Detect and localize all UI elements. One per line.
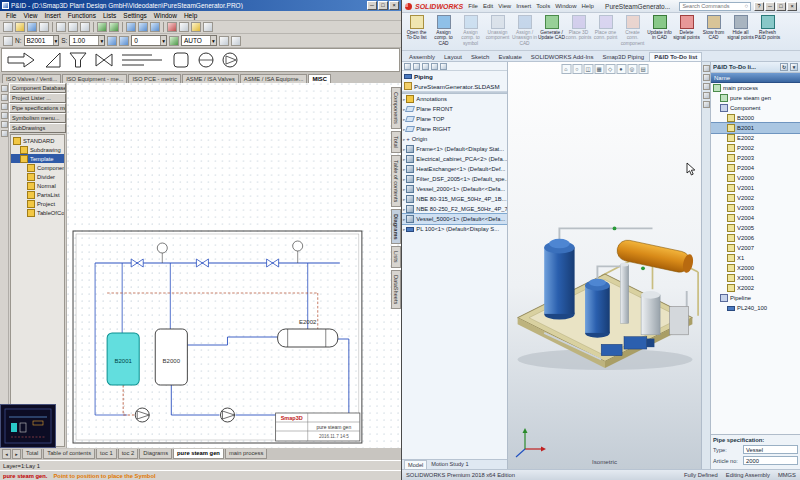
todo-item[interactable]: V2000	[711, 173, 800, 183]
sheet-tab[interactable]: toc 1	[96, 449, 117, 459]
vessel-2000-3d[interactable]	[544, 238, 574, 319]
command-tab[interactable]: Sketch	[467, 53, 493, 61]
feature-tree-item[interactable]: PL 100<1> (Default<Display S...	[402, 224, 507, 234]
ribbon-button[interactable]: Assign comp. to symbol	[457, 14, 484, 46]
menu-item[interactable]: Help	[580, 3, 596, 9]
tree-item[interactable]: Components	[11, 163, 64, 172]
todo-item[interactable]: Pipeline	[711, 293, 800, 303]
tree-item[interactable]: Divider	[11, 172, 64, 181]
menu-item[interactable]: Help	[181, 12, 200, 19]
symbol-valve[interactable]	[96, 54, 112, 66]
undo-icon[interactable]	[97, 22, 107, 32]
todo-item[interactable]: V2001	[711, 183, 800, 193]
ribbon-button[interactable]: Assign comp. to CAD	[430, 14, 457, 46]
feature-tree-item[interactable]: Plane TOP	[402, 114, 507, 124]
sheet-tab-prev-button[interactable]	[2, 449, 11, 459]
open-icon[interactable]	[15, 22, 25, 32]
select-icon[interactable]	[1, 121, 8, 128]
pump-1[interactable]	[135, 408, 149, 422]
sidebar-menu-button[interactable]: Project Lister ...	[9, 93, 66, 103]
layers-icon[interactable]	[179, 22, 189, 32]
side-tab[interactable]: Table of contents	[391, 155, 401, 207]
pid-diagram[interactable]: B2001 B2000 E2002	[67, 83, 401, 448]
symbol-instrument[interactable]	[199, 53, 213, 67]
ribbon-button[interactable]: Assign / Unassign in CAD	[511, 14, 538, 46]
feature-tree-item[interactable]: Vessel_5000<1> (Default<<Defa...	[402, 214, 507, 224]
draw-text-icon[interactable]	[1, 103, 8, 110]
help-button[interactable]: ?	[754, 2, 764, 11]
tree-item[interactable]: TableOfContent	[11, 208, 64, 217]
todo-item[interactable]: V2004	[711, 213, 800, 223]
collapse-panel-icon[interactable]: ▾	[790, 63, 798, 71]
feature-tree-item[interactable]: Frame<1> (Default<Display Stat...	[402, 144, 507, 154]
display-manager-icon[interactable]	[440, 63, 447, 70]
zoom-out-icon[interactable]	[138, 22, 148, 32]
ribbon-button[interactable]: Hide all signal points	[727, 14, 754, 41]
annotate-icon[interactable]	[231, 36, 241, 46]
command-tab[interactable]: Evaluate	[494, 53, 525, 61]
resources-icon[interactable]	[703, 65, 710, 72]
spec-type-value[interactable]: Vessel	[743, 445, 798, 454]
todo-item[interactable]: B2000	[711, 113, 800, 123]
assembly-root[interactable]: PureSteamGenerator.SLDASM	[402, 81, 507, 91]
copy-icon[interactable]	[68, 22, 78, 32]
todo-item[interactable]: X1	[711, 253, 800, 263]
command-search[interactable]: ○	[679, 2, 751, 11]
todo-item[interactable]: B2001	[711, 123, 800, 133]
minimize-button[interactable]: ─	[765, 2, 775, 11]
symbol-lines[interactable]	[122, 55, 162, 65]
new-icon[interactable]	[3, 22, 13, 32]
todo-item[interactable]: X2001	[711, 273, 800, 283]
sidebar-menu-button[interactable]: Component Database...	[9, 83, 66, 93]
command-tab[interactable]: Layout	[440, 53, 466, 61]
maximize-button[interactable]: □	[378, 1, 388, 10]
ribbon-button[interactable]: Generate / Update CAD	[538, 14, 565, 41]
scene-icon[interactable]: ▤	[638, 64, 648, 74]
symbol-library-tab[interactable]: ASME / ISA Equipme...	[240, 74, 308, 83]
menu-item[interactable]: Insert	[41, 12, 63, 19]
feature-tree-item[interactable]: NBE 80-250_F2_MGE_50Hz_4P_7...	[402, 204, 507, 214]
zoom-fit-icon[interactable]	[150, 22, 160, 32]
piping-root[interactable]: Piping	[402, 71, 507, 81]
grid-icon[interactable]	[167, 22, 177, 32]
vessel-b2001[interactable]: B2001	[107, 333, 139, 385]
vessel-5000-3d[interactable]	[585, 278, 610, 337]
todo-item[interactable]: P2002	[711, 143, 800, 153]
tree-item[interactable]: PartsList	[11, 190, 64, 199]
todo-item[interactable]: Component	[711, 103, 800, 113]
mode-combo[interactable]: AUTO	[181, 35, 217, 46]
draw-pipe-icon[interactable]	[1, 94, 8, 101]
angle-combo[interactable]: 0	[131, 35, 167, 46]
cut-icon[interactable]	[56, 22, 66, 32]
side-tab[interactable]: Diagrams	[391, 209, 401, 245]
tab-model[interactable]: Model	[404, 460, 427, 469]
menu-item[interactable]: View	[20, 12, 40, 19]
menu-item[interactable]: Window	[553, 3, 578, 9]
symbol-library-tab[interactable]: ASME / ISA Valves	[182, 74, 239, 83]
symbol-library-tab[interactable]: ISO PCE - metric	[128, 74, 180, 83]
section-view-icon[interactable]: ◫	[583, 64, 593, 74]
todo-item[interactable]: V2006	[711, 233, 800, 243]
configuration-icon[interactable]	[422, 63, 429, 70]
side-tab[interactable]: Components	[391, 87, 401, 129]
database-icon[interactable]	[191, 22, 201, 32]
property-manager-icon[interactable]	[413, 63, 420, 70]
electrical-cabinet-3d[interactable]	[669, 306, 688, 335]
erase-icon[interactable]	[1, 130, 8, 137]
sheet-tab[interactable]: pure steam gen	[173, 449, 224, 459]
symbol-arrow[interactable]	[8, 53, 34, 67]
feature-tree-item[interactable]: Plane RIGHT	[402, 124, 507, 134]
command-tab[interactable]: P&ID To-Do list	[649, 52, 702, 61]
pump-2[interactable]	[220, 408, 234, 422]
todo-item[interactable]: V2007	[711, 243, 800, 253]
todo-item[interactable]: V2002	[711, 193, 800, 203]
maximize-button[interactable]: □	[776, 2, 786, 11]
paste-icon[interactable]	[80, 22, 90, 32]
ribbon-button[interactable]: Stow from CAD	[700, 14, 727, 41]
command-tab[interactable]: SOLIDWORKS Add-Ins	[527, 53, 598, 61]
todo-item[interactable]: P2003	[711, 153, 800, 163]
ribbon-button[interactable]: Delete signal points	[673, 14, 700, 41]
feature-tree-item[interactable]: HeatExchanger<1> (Default<Def...	[402, 164, 507, 174]
pid-drawing-canvas[interactable]: B2001 B2000 E2002	[67, 83, 401, 448]
todo-item[interactable]: pure steam gen	[711, 93, 800, 103]
